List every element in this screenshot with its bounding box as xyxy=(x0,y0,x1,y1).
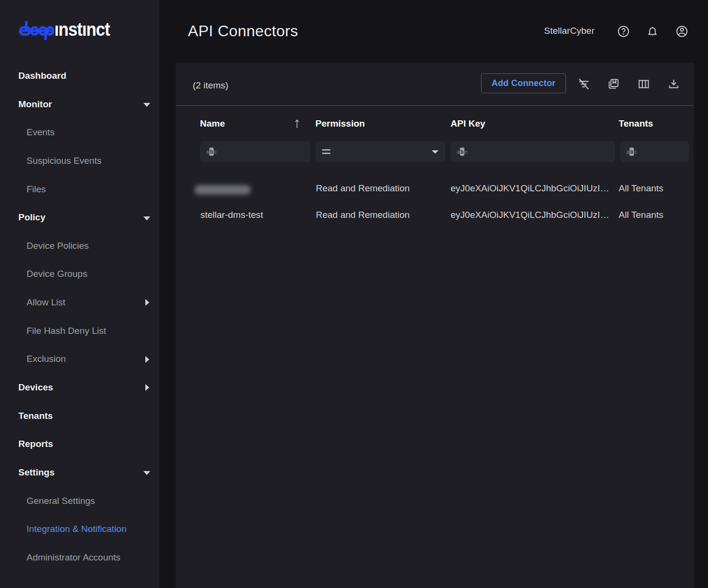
svg-text:a: a xyxy=(206,149,209,155)
svg-text:c: c xyxy=(635,149,637,155)
svg-text:b: b xyxy=(630,149,633,155)
svg-text:c: c xyxy=(465,149,467,155)
svg-text:a: a xyxy=(626,149,629,155)
svg-text:b: b xyxy=(461,149,464,155)
svg-text:b: b xyxy=(210,149,213,155)
svg-text:a: a xyxy=(457,149,460,155)
svg-text:c: c xyxy=(214,149,217,155)
svg-text:ınstınct: ınstınct xyxy=(55,19,111,40)
